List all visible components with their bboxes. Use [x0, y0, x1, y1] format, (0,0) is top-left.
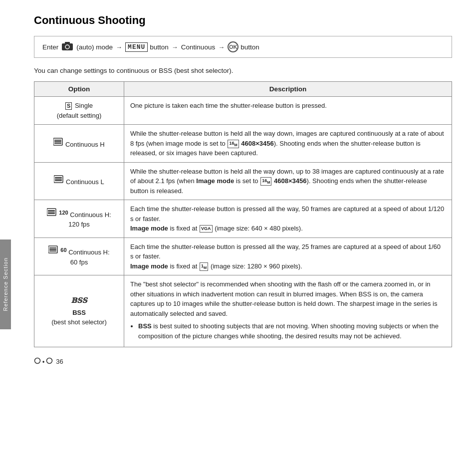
option-bss: 𝔹𝕊𝕊 BSS (best shot selector) — [34, 275, 124, 347]
table-row: 𝔹𝕊𝕊 BSS (best shot selector) The "best s… — [34, 275, 452, 347]
svg-point-20 — [47, 358, 52, 364]
svg-rect-12 — [48, 210, 55, 211]
res-badge-16m-l: 16M — [260, 177, 271, 186]
side-tab-label: Reference Section — [2, 257, 8, 311]
option-continuous-h-60: 60 Continuous H:60 fps — [34, 238, 124, 275]
option-single-text: Single(default setting) — [57, 102, 102, 119]
page-footer: • 36 — [34, 357, 452, 366]
table-row: 60 Continuous H:60 fps Each time the shu… — [34, 238, 452, 275]
circle-right-icon — [46, 357, 53, 366]
description-continuous-l: While the shutter-release button is held… — [124, 162, 452, 200]
bss-subtitle: (best shot selector) — [51, 318, 107, 326]
svg-rect-2 — [65, 42, 70, 44]
circle-left-icon — [34, 357, 41, 366]
continuous-l-icon — [54, 175, 64, 184]
nav-prefix: Enter — [42, 43, 58, 51]
nav-continuous: Continuous — [181, 43, 215, 51]
description-fps60: Each time the shutter-release button is … — [124, 238, 452, 275]
page-number: 36 — [56, 358, 63, 365]
table-row: Continuous L While the shutter-release b… — [34, 162, 452, 200]
image-mode-bold-120: Image mode — [130, 225, 168, 232]
fps60-icon: 60 — [48, 245, 66, 254]
nav-ok-button: OK — [228, 41, 238, 52]
res-text-cl: 4608×3456 — [274, 177, 306, 185]
vga-badge: VGA — [200, 225, 213, 233]
image-mode-bold-60: Image mode — [130, 262, 168, 270]
description-continuous-h: While the shutter-release button is held… — [124, 125, 452, 163]
options-table: Option Description S Single(default sett… — [34, 81, 452, 347]
bss-bullet-list: BSS is best suited to shooting subjects … — [130, 321, 446, 341]
bss-icon: 𝔹𝕊𝕊 — [71, 297, 87, 304]
option-continuous-h: Continuous H — [34, 125, 124, 163]
svg-rect-16 — [49, 247, 56, 248]
svg-rect-14 — [48, 213, 55, 214]
col-description-header: Description — [124, 82, 452, 97]
svg-rect-4 — [54, 140, 61, 141]
option-continuous-h-120: 120 Continuous H:120 fps — [34, 200, 124, 238]
description-fps120: Each time the shutter-release button is … — [124, 200, 452, 238]
svg-rect-18 — [49, 250, 56, 251]
svg-rect-8 — [55, 177, 62, 178]
option-single: S Single(default setting) — [34, 97, 124, 125]
option-fps120-text: Continuous H:120 fps — [68, 211, 111, 229]
dash-icon: • — [42, 358, 44, 365]
option-continuous-h-text: Continuous H — [65, 141, 105, 148]
fps60-label: 60 — [60, 246, 66, 254]
svg-rect-9 — [55, 179, 62, 180]
table-row: S Single(default setting) One picture is… — [34, 97, 452, 125]
nav-arrow3: → — [218, 43, 225, 51]
page-title: Continuous Shooting — [34, 14, 452, 27]
nav-button1: button — [150, 43, 169, 51]
svg-rect-5 — [54, 141, 61, 142]
footer-icon-group: • — [34, 357, 53, 366]
svg-rect-0 — [62, 43, 73, 50]
nav-arrow2: → — [172, 43, 178, 51]
navigation-instruction: Enter (auto) mode → MENU button → Contin… — [34, 36, 452, 58]
description-bss: The "best shot selector" is recommended … — [124, 275, 452, 347]
nav-button2: button — [240, 43, 259, 51]
image-mode-bold-cl: Image mode — [196, 177, 234, 185]
col-option-header: Option — [34, 82, 124, 97]
table-row: Continuous H While the shutter-release b… — [34, 125, 452, 163]
option-fps60-text: Continuous H:60 fps — [68, 248, 109, 266]
fps120-label: 120 — [59, 209, 68, 217]
bss-label: BSS (best shot selector) — [40, 308, 118, 327]
nav-auto-mode: (auto) mode — [76, 43, 113, 51]
table-row: 120 Continuous H:120 fps Each time the s… — [34, 200, 452, 238]
fps120-icon: 120 — [47, 208, 68, 217]
svg-rect-6 — [54, 143, 61, 144]
option-continuous-l-text: Continuous L — [66, 178, 104, 186]
bss-text: BSS — [72, 309, 86, 316]
nav-arrow1: → — [116, 43, 122, 51]
page-container: Continuous Shooting Enter (auto) mode → … — [10, 0, 476, 380]
intro-text: You can change settings to continuous or… — [34, 67, 452, 74]
svg-rect-13 — [48, 212, 55, 213]
svg-point-19 — [35, 358, 40, 364]
single-icon: S — [65, 102, 72, 110]
res-text-ch: 4608×3456 — [241, 140, 273, 147]
option-continuous-l: Continuous L — [34, 162, 124, 200]
continuous-h-icon — [53, 138, 63, 147]
description-single: One picture is taken each time the shutt… — [124, 97, 452, 125]
bss-bold: BSS — [138, 322, 152, 330]
bss-bullet-item: BSS is best suited to shooting subjects … — [138, 321, 446, 341]
res-badge-16m: 16M — [228, 140, 238, 148]
svg-rect-17 — [49, 249, 56, 250]
svg-rect-10 — [55, 180, 62, 181]
desc-single-text: One picture is taken each time the shutt… — [130, 102, 327, 109]
nav-menu-button: MENU — [125, 42, 148, 52]
camera-icon — [62, 42, 73, 52]
side-tab-reference: Reference Section — [0, 239, 11, 329]
bss-icon-block: 𝔹𝕊𝕊 — [40, 295, 118, 306]
onem-badge: 1M — [200, 262, 208, 271]
